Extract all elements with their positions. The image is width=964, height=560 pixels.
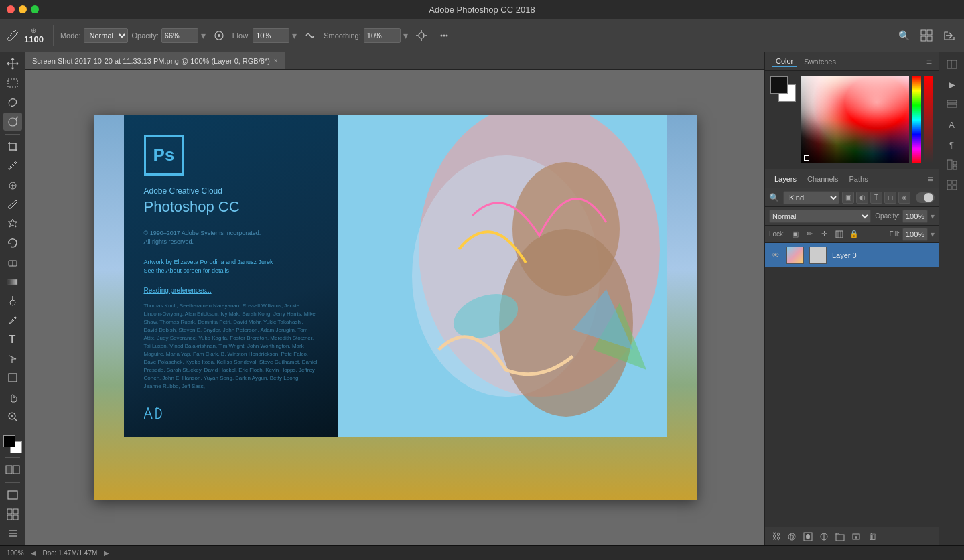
add-new-layer-button[interactable] bbox=[849, 530, 863, 543]
toolbox-separator-4 bbox=[5, 482, 20, 483]
workspace-layout-button[interactable] bbox=[917, 26, 936, 45]
foreground-color-swatch[interactable] bbox=[3, 435, 15, 447]
lock-image-pixels-button[interactable]: ✏ bbox=[804, 228, 816, 240]
add-layer-style-button[interactable]: fx bbox=[785, 530, 799, 543]
close-window-button[interactable] bbox=[7, 5, 15, 13]
canvas-tab-bar: Screen Shot 2017-10-20 at 11.33.13 PM.pn… bbox=[25, 52, 764, 70]
history-brush-tool-button[interactable] bbox=[3, 234, 22, 253]
svg-rect-33 bbox=[7, 509, 12, 514]
layers-opacity-input[interactable] bbox=[902, 210, 928, 223]
layers-filter-select[interactable]: Kind bbox=[783, 191, 839, 204]
delete-layer-button[interactable]: 🗑 bbox=[866, 530, 879, 543]
crop-tool-button[interactable] bbox=[3, 138, 22, 156]
panel-toggle-6[interactable] bbox=[943, 155, 961, 174]
healing-brush-tool-button[interactable] bbox=[3, 176, 22, 194]
swatches-tab[interactable]: Swatches bbox=[800, 56, 840, 67]
lock-transparent-pixels-button[interactable]: ▣ bbox=[789, 228, 801, 240]
opacity-dropdown-arrow[interactable]: ▾ bbox=[931, 212, 935, 221]
add-adjustment-layer-button[interactable] bbox=[817, 530, 831, 543]
layer-visibility-toggle[interactable]: 👁 bbox=[770, 250, 781, 261]
airbrush-toggle[interactable] bbox=[210, 26, 228, 45]
lock-artboard-button[interactable] bbox=[833, 228, 845, 240]
flow-dropdown-icon[interactable]: ▾ bbox=[292, 30, 297, 41]
canvas-tab-active[interactable]: Screen Shot 2017-10-20 at 11.33.13 PM.pn… bbox=[25, 52, 285, 69]
canvas-wrapper: Ps Adobe Creative Cloud Photoshop CC © 1… bbox=[94, 115, 697, 500]
layers-opacity-group: Opacity: ▾ bbox=[875, 210, 935, 223]
path-selection-tool-button[interactable] bbox=[3, 350, 22, 368]
layers-blend-select[interactable]: Normal bbox=[769, 210, 871, 223]
shape-tool-button[interactable] bbox=[3, 369, 22, 387]
layer-name: Layer 0 bbox=[832, 251, 933, 259]
add-layer-mask-button[interactable] bbox=[801, 530, 815, 543]
eyedropper-tool-button[interactable] bbox=[3, 157, 22, 176]
lasso-tool-button[interactable] bbox=[3, 94, 22, 112]
opacity-input[interactable] bbox=[161, 28, 198, 43]
smoothing-input[interactable] bbox=[364, 28, 401, 43]
panel-toggle-5[interactable]: ¶ bbox=[943, 135, 961, 154]
lock-position-button[interactable]: ✛ bbox=[819, 228, 831, 240]
paths-tab[interactable]: Paths bbox=[845, 173, 872, 184]
toolbox: T bbox=[0, 52, 25, 545]
link-layers-button[interactable]: ⛓ bbox=[769, 530, 782, 543]
panel-toggle-4[interactable]: A bbox=[943, 115, 961, 134]
layers-filter-toggle[interactable] bbox=[916, 192, 935, 203]
opacity-dropdown-icon[interactable]: ▾ bbox=[201, 30, 206, 41]
lock-all-button[interactable]: 🔒 bbox=[848, 228, 860, 240]
rectangular-marquee-tool-button[interactable] bbox=[3, 74, 22, 92]
brush-settings-button[interactable] bbox=[412, 26, 431, 45]
hand-tool-button[interactable] bbox=[3, 389, 22, 407]
fill-dropdown-arrow[interactable]: ▾ bbox=[931, 230, 935, 239]
layers-panel-menu-button[interactable]: ≡ bbox=[928, 173, 933, 184]
color-alpha-bar[interactable] bbox=[924, 76, 933, 163]
adjustment-filter-icon[interactable]: ◐ bbox=[856, 192, 868, 204]
panel-toggle-7[interactable] bbox=[943, 176, 961, 194]
panel-toggle-1[interactable] bbox=[943, 55, 961, 74]
status-arrow-left[interactable]: ◀ bbox=[31, 549, 36, 557]
extras-button[interactable] bbox=[3, 524, 22, 543]
fill-input[interactable] bbox=[902, 228, 928, 241]
table-row[interactable]: 👁 Layer 0 bbox=[765, 243, 939, 267]
smoothing-group: Smoothing: ▾ bbox=[324, 28, 408, 43]
maximize-window-button[interactable] bbox=[31, 5, 39, 13]
panel-toggle-2[interactable]: ▶ bbox=[943, 75, 961, 94]
quick-mask-button[interactable] bbox=[3, 461, 22, 479]
smart-filter-icon[interactable]: ◈ bbox=[898, 192, 910, 204]
canvas-tab-close[interactable]: × bbox=[274, 57, 278, 64]
status-arrow-right[interactable]: ▶ bbox=[104, 549, 109, 557]
layers-tab[interactable]: Layers bbox=[770, 173, 801, 184]
brush-options-button[interactable] bbox=[435, 26, 454, 45]
add-group-button[interactable] bbox=[833, 530, 847, 543]
color-panel-menu-button[interactable]: ≡ bbox=[926, 56, 932, 67]
smoothing-dropdown-icon[interactable]: ▾ bbox=[403, 30, 408, 41]
panel-toggle-3[interactable] bbox=[943, 95, 961, 114]
minimize-window-button[interactable] bbox=[19, 5, 27, 13]
quick-selection-tool-button[interactable] bbox=[3, 113, 22, 131]
stamp-tool-button[interactable] bbox=[3, 215, 22, 233]
eraser-tool-button[interactable] bbox=[3, 253, 22, 271]
fg-color-swatch[interactable] bbox=[770, 76, 788, 94]
svg-rect-66 bbox=[953, 161, 957, 165]
mode-select[interactable]: Normal bbox=[84, 28, 128, 43]
share-button[interactable] bbox=[940, 26, 959, 45]
smoothing-toggle[interactable] bbox=[301, 26, 320, 45]
move-tool-button[interactable] bbox=[3, 55, 22, 73]
color-spectrum[interactable] bbox=[801, 76, 909, 163]
color-swatches-toolbox[interactable] bbox=[3, 435, 22, 453]
shape-filter-icon[interactable]: ◻ bbox=[884, 192, 896, 204]
color-hue-bar[interactable] bbox=[912, 76, 921, 163]
flow-input[interactable] bbox=[253, 28, 289, 43]
color-tab[interactable]: Color bbox=[772, 56, 797, 67]
arrange-windows-button[interactable] bbox=[3, 505, 22, 523]
gradient-tool-button[interactable] bbox=[3, 273, 22, 291]
pixel-filter-icon[interactable]: ▣ bbox=[842, 192, 854, 204]
dodge-tool-button[interactable] bbox=[3, 292, 22, 310]
screen-mode-button[interactable] bbox=[3, 486, 22, 504]
type-tool-button[interactable]: T bbox=[3, 330, 22, 348]
search-button[interactable]: 🔍 bbox=[894, 26, 913, 45]
splash-reading-prefs[interactable]: Reading preferences... bbox=[144, 287, 318, 294]
zoom-tool-button[interactable] bbox=[3, 407, 22, 425]
brush-tool-button-left[interactable] bbox=[3, 196, 22, 214]
type-filter-icon[interactable]: T bbox=[870, 192, 882, 204]
channels-tab[interactable]: Channels bbox=[803, 173, 842, 184]
pen-tool-button[interactable] bbox=[3, 311, 22, 330]
